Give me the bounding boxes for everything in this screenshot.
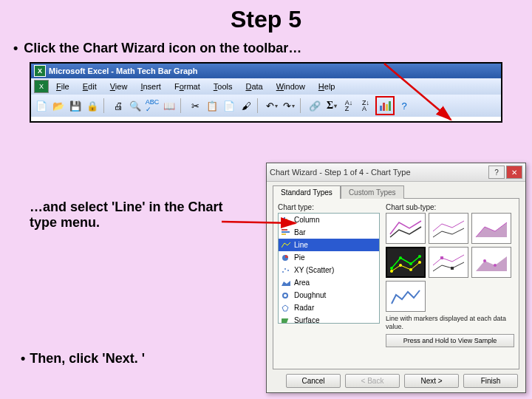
workbook-icon[interactable]: X bbox=[34, 80, 49, 93]
chart-type-xy[interactable]: XY (Scatter) bbox=[279, 264, 379, 276]
svg-rect-3 bbox=[389, 101, 391, 111]
bullet-icon: • bbox=[21, 351, 30, 366]
hyperlink-icon[interactable]: 🔗 bbox=[307, 98, 322, 113]
line-icon bbox=[281, 241, 291, 250]
menu-insert[interactable]: Insert bbox=[134, 81, 167, 92]
subtype-5[interactable] bbox=[429, 247, 468, 278]
scatter-icon bbox=[281, 266, 291, 275]
spelling-icon[interactable]: ABC✓ bbox=[145, 98, 160, 113]
tab-custom-types[interactable]: Custom Types bbox=[341, 185, 404, 199]
svg-rect-31 bbox=[451, 267, 454, 270]
chart-type-surface[interactable]: Surface bbox=[279, 314, 379, 324]
autosum-icon[interactable]: Σ▾ bbox=[324, 98, 339, 113]
svg-point-22 bbox=[390, 267, 393, 270]
menu-help[interactable]: Help bbox=[313, 81, 341, 92]
svg-marker-14 bbox=[282, 281, 290, 286]
save-icon[interactable]: 💾 bbox=[68, 98, 83, 113]
chart-type-line[interactable]: Line bbox=[279, 239, 379, 251]
finish-button[interactable]: Finish bbox=[463, 374, 518, 388]
chart-type-radar[interactable]: Radar bbox=[279, 301, 379, 314]
subtype-4-selected[interactable] bbox=[386, 247, 426, 278]
wizard-close-button[interactable]: ✕ bbox=[506, 166, 522, 179]
pie-icon bbox=[281, 253, 291, 262]
excel-menubar: X File Edit View Insert Format Tools Dat… bbox=[31, 78, 501, 95]
cut-icon[interactable]: ✂ bbox=[188, 98, 202, 113]
svg-marker-32 bbox=[476, 256, 507, 271]
svg-point-33 bbox=[483, 259, 486, 262]
surface-icon bbox=[281, 316, 291, 324]
subtype-description: Line with markers displayed at each data… bbox=[386, 315, 514, 331]
svg-point-29 bbox=[418, 261, 421, 264]
svg-point-27 bbox=[399, 264, 402, 267]
chart-wizard-button[interactable] bbox=[375, 96, 395, 115]
new-icon[interactable]: 📄 bbox=[34, 98, 49, 113]
chart-type-area[interactable]: Area bbox=[279, 276, 379, 289]
wizard-footer: Cancel < Back Next > Finish bbox=[267, 369, 525, 388]
wizard-title-text: Chart Wizard - Step 1 of 4 - Chart Type bbox=[270, 168, 411, 177]
copy-icon[interactable]: 📋 bbox=[205, 98, 219, 113]
print-icon[interactable]: 🖨 bbox=[111, 98, 126, 113]
sort-asc-icon[interactable]: A↓Z bbox=[341, 98, 356, 113]
wizard-help-button[interactable]: ? bbox=[488, 166, 505, 179]
menu-view[interactable]: View bbox=[104, 81, 134, 92]
cancel-button[interactable]: Cancel bbox=[286, 374, 341, 388]
excel-window-title: Microsoft Excel - Math Tech Bar Graph bbox=[49, 66, 198, 75]
svg-rect-9 bbox=[282, 233, 286, 235]
chart-wizard-icon bbox=[379, 100, 391, 112]
sort-desc-icon[interactable]: Z↓A bbox=[358, 98, 373, 113]
subtype-3[interactable] bbox=[471, 213, 511, 244]
svg-point-13 bbox=[287, 270, 289, 271]
chart-type-pie[interactable]: Pie bbox=[279, 251, 379, 264]
svg-point-11 bbox=[282, 271, 284, 273]
wizard-body: Chart type: Column Bar Line Pie XY (Scat… bbox=[273, 198, 519, 369]
excel-titlebar: X Microsoft Excel - Math Tech Bar Graph bbox=[31, 64, 501, 78]
instruction-click-wizard: •Click the Chart Wizard icon on the tool… bbox=[0, 33, 532, 62]
menu-file[interactable]: File bbox=[50, 81, 75, 92]
paste-icon[interactable]: 📄 bbox=[222, 98, 236, 113]
subtype-1[interactable] bbox=[386, 213, 426, 244]
tab-standard-types[interactable]: Standard Types bbox=[273, 185, 341, 199]
chart-type-list[interactable]: Column Bar Line Pie XY (Scatter) Area Do… bbox=[278, 213, 380, 324]
subtype-6[interactable] bbox=[471, 247, 511, 278]
menu-window[interactable]: Window bbox=[270, 81, 311, 92]
press-hold-sample-button[interactable]: Press and Hold to View Sample bbox=[386, 334, 514, 347]
next-button[interactable]: Next > bbox=[404, 374, 459, 388]
excel-window: X Microsoft Excel - Math Tech Bar Graph … bbox=[30, 62, 502, 123]
research-icon[interactable]: 📖 bbox=[162, 98, 177, 113]
instruction-1-text: Click the Chart Wizard icon on the toolb… bbox=[24, 41, 301, 55]
excel-app-icon: X bbox=[34, 65, 46, 77]
redo-icon[interactable]: ↷▾ bbox=[282, 98, 296, 113]
svg-point-25 bbox=[418, 255, 421, 258]
format-painter-icon[interactable]: 🖌 bbox=[239, 98, 253, 113]
chart-type-bar[interactable]: Bar bbox=[279, 226, 379, 239]
slide-title: Step 5 bbox=[0, 0, 532, 33]
permission-icon[interactable]: 🔒 bbox=[85, 98, 100, 113]
subtype-7[interactable] bbox=[386, 281, 426, 312]
svg-point-12 bbox=[284, 268, 286, 270]
wizard-titlebar: Chart Wizard - Step 1 of 4 - Chart Type … bbox=[267, 163, 525, 182]
chart-type-column[interactable]: Column bbox=[279, 214, 379, 226]
chart-subtype-grid bbox=[386, 213, 514, 312]
open-icon[interactable]: 📂 bbox=[51, 98, 66, 113]
subtype-2[interactable] bbox=[429, 213, 468, 244]
chart-type-label: Chart type: bbox=[278, 203, 380, 211]
svg-point-23 bbox=[399, 256, 402, 259]
instruction-click-next: •Then, click 'Next. ' bbox=[21, 351, 145, 366]
menu-tools[interactable]: Tools bbox=[208, 81, 239, 92]
preview-icon[interactable]: 🔍 bbox=[128, 98, 143, 113]
instruction-3-text: Then, click 'Next. ' bbox=[30, 351, 145, 366]
menu-format[interactable]: Format bbox=[168, 81, 206, 92]
menu-edit[interactable]: Edit bbox=[77, 81, 103, 92]
svg-rect-6 bbox=[286, 219, 287, 224]
chart-type-doughnut[interactable]: Doughnut bbox=[279, 289, 379, 301]
svg-point-26 bbox=[390, 270, 393, 273]
svg-rect-8 bbox=[282, 231, 290, 233]
svg-marker-17 bbox=[282, 305, 288, 311]
svg-rect-4 bbox=[282, 219, 283, 224]
instruction-select-line: …and select 'Line' in the Chart type men… bbox=[30, 200, 251, 231]
menu-data[interactable]: Data bbox=[239, 81, 268, 92]
svg-point-24 bbox=[409, 262, 412, 265]
undo-icon[interactable]: ↶▾ bbox=[265, 98, 279, 113]
help-icon[interactable]: ? bbox=[397, 98, 412, 113]
svg-rect-18 bbox=[282, 318, 288, 323]
